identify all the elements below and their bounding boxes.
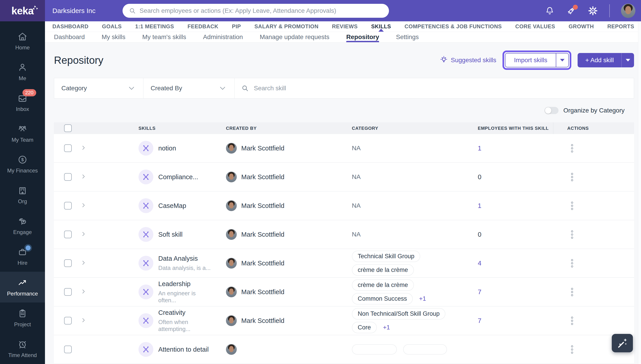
employees-count[interactable]: 1	[478, 144, 481, 152]
tab-dashboard[interactable]: DASHBOARD	[47, 21, 94, 32]
select-all-checkbox[interactable]	[64, 124, 72, 132]
row-checkbox[interactable]	[64, 230, 72, 238]
import-skills-button[interactable]: Import skills	[505, 53, 569, 67]
rocket-icon[interactable]	[566, 6, 576, 16]
row-checkbox[interactable]	[64, 288, 72, 296]
sidebar-item-inbox[interactable]: Inbox220	[0, 87, 45, 118]
organize-by-category-toggle[interactable]	[545, 107, 558, 114]
tab-pip[interactable]: PIP	[226, 21, 247, 32]
import-skills-caret[interactable]	[556, 54, 568, 67]
category-pill[interactable]	[403, 344, 447, 354]
gear-icon[interactable]	[588, 6, 598, 16]
tab-reports[interactable]: REPORTS	[602, 21, 640, 32]
tab-reviews[interactable]: REVIEWS	[326, 21, 363, 32]
skill-name: Attention to detail	[158, 346, 209, 353]
table-header: SKILLS CREATED BY CATEGORY EMPLOYEES WIT…	[54, 122, 634, 134]
kebab-menu-icon[interactable]	[571, 230, 574, 239]
app-root: keka Darksiders Inc HomeMeInbox220My Tea…	[0, 0, 641, 364]
kebab-menu-icon[interactable]	[571, 259, 574, 268]
skill-cell: Attention to detail	[94, 342, 211, 357]
category-pill[interactable]: Core	[352, 322, 377, 333]
category-more-link[interactable]: +1	[419, 295, 426, 302]
subtab-manage-update-requests[interactable]: Manage update requests	[260, 32, 329, 42]
sidebar-item-my-finances[interactable]: $My Finances	[0, 149, 45, 180]
tab-growth[interactable]: GROWTH	[563, 21, 599, 32]
kebab-menu-icon[interactable]	[571, 345, 574, 354]
sidebar-item-my-team[interactable]: My Team	[0, 118, 45, 149]
global-search-input[interactable]	[140, 7, 383, 14]
tab-goals[interactable]: GOALS	[96, 21, 127, 32]
clock-icon	[17, 339, 28, 350]
subtab-my-skills[interactable]: My skills	[102, 32, 125, 42]
employees-count-cell: 0	[472, 173, 553, 181]
global-search[interactable]	[123, 4, 389, 18]
tab-core-values[interactable]: CORE VALUES	[510, 21, 561, 32]
skill-name: Soft skill	[158, 231, 182, 238]
tab-1-1-meetings[interactable]: 1:1 MEETINGS	[129, 21, 180, 32]
skill-icon	[138, 227, 153, 242]
toggle-knob	[545, 107, 551, 114]
row-checkbox[interactable]	[64, 259, 72, 267]
tab-feedback[interactable]: FEEDBACK	[182, 21, 224, 32]
skill-search-input[interactable]	[254, 85, 634, 92]
category-filter[interactable]: Category	[54, 78, 143, 98]
kebab-menu-icon[interactable]	[571, 288, 574, 296]
category-line: Common Success+1	[352, 293, 426, 304]
employees-count[interactable]: 4	[478, 260, 481, 267]
subtab-repository[interactable]: Repository	[346, 32, 379, 42]
employees-count-cell: 7	[472, 288, 553, 296]
employees-count[interactable]: 7	[478, 288, 481, 296]
category-pill[interactable]: crème de la crème	[352, 279, 414, 291]
skill-cell: Data AnalysisData analysis, is a...	[94, 255, 211, 272]
sidebar-item-hire[interactable]: Hire	[0, 241, 45, 272]
kebab-menu-icon[interactable]	[571, 144, 574, 152]
sidebar-item-time-attend[interactable]: Time Attend	[0, 333, 45, 364]
category-more-link[interactable]: +1	[383, 324, 390, 331]
subtab-administration[interactable]: Administration	[203, 32, 243, 42]
actions-cell	[553, 259, 634, 268]
sidebar-item-me[interactable]: Me	[0, 56, 45, 87]
sidebar-item-performance[interactable]: Performance	[0, 272, 45, 302]
kebab-menu-icon[interactable]	[571, 173, 574, 181]
add-skill-button[interactable]: + Add skill	[578, 53, 634, 67]
import-skills-label: Import skills	[505, 54, 556, 67]
suggested-skills-button[interactable]: Suggested skills	[440, 56, 496, 64]
sidebar-item-engage[interactable]: Engage	[0, 210, 45, 241]
tab-competencies-job-functions[interactable]: COMPETENCIES & JOB FUNCTIONS	[399, 21, 507, 32]
employees-count[interactable]: 7	[478, 317, 481, 324]
row-checkbox[interactable]	[64, 202, 72, 210]
subtab-settings[interactable]: Settings	[396, 32, 419, 42]
tab-salary-promotion[interactable]: SALARY & PROMOTION	[249, 21, 324, 32]
profile-avatar[interactable]	[621, 4, 635, 18]
sidebar-item-home[interactable]: Home	[0, 26, 45, 56]
kebab-menu-icon[interactable]	[571, 202, 574, 210]
subtab-my-team-s-skills[interactable]: My team's skills	[142, 32, 186, 42]
keka-logo[interactable]: keka	[0, 0, 45, 21]
subtab-dashboard[interactable]: Dashboard	[54, 32, 85, 42]
row-checkbox[interactable]	[64, 346, 72, 353]
employees-count[interactable]: 1	[478, 202, 481, 209]
actions-cell	[553, 316, 634, 325]
created-by-cell	[211, 344, 346, 355]
bell-icon[interactable]	[545, 6, 555, 16]
scrollbar-track[interactable]	[638, 0, 641, 364]
category-pill[interactable]: Technical Skill Group	[352, 250, 420, 262]
add-skill-caret[interactable]	[621, 53, 634, 67]
category-pill[interactable]: crème de la crème	[352, 264, 414, 276]
sidebar-item-label: Inbox	[16, 106, 29, 112]
row-checkbox[interactable]	[64, 144, 72, 152]
row-checkbox[interactable]	[64, 173, 72, 181]
table-row: LeadershipAn engineer is often...Mark Sc…	[54, 278, 634, 306]
kebab-menu-icon[interactable]	[571, 316, 574, 325]
row-checkbox[interactable]	[64, 317, 72, 324]
category-pill[interactable]: Common Success	[352, 293, 413, 304]
magic-wand-fab[interactable]	[612, 334, 633, 352]
category-na: NA	[352, 173, 361, 180]
sidebar-item-org[interactable]: Org	[0, 180, 45, 210]
created-by-filter[interactable]: Created By	[143, 78, 235, 98]
skill-search[interactable]	[235, 78, 634, 98]
category-pill[interactable]: Non Technical/Soft Skill Group	[352, 308, 445, 320]
tab-skills[interactable]: SKILLS	[366, 21, 397, 32]
category-pill[interactable]	[352, 344, 397, 354]
sidebar-item-project[interactable]: Project	[0, 302, 45, 333]
